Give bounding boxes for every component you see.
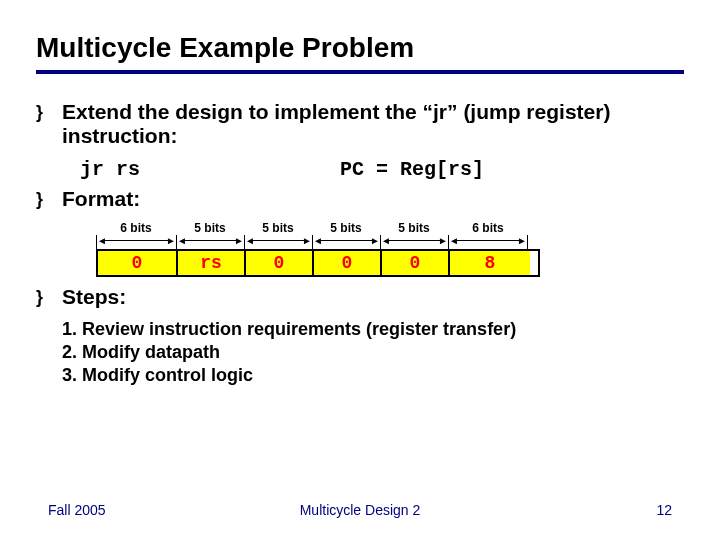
bit-label: 5 bits (380, 221, 448, 235)
slide-footer: Fall 2005 Multicycle Design 2 12 (0, 502, 720, 518)
code-instr: jr rs (80, 158, 340, 181)
instruction-code: jr rs PC = Reg[rs] (80, 158, 684, 181)
step-item: 3. Modify control logic (62, 365, 684, 386)
instruction-format: 6 bits 5 bits 5 bits 5 bits 5 bits 6 bit… (96, 221, 540, 277)
step-item: 2. Modify datapath (62, 342, 684, 363)
field-rt: 0 (246, 251, 314, 275)
step-item: 1. Review instruction requirements (regi… (62, 319, 684, 340)
field-rs: rs (178, 251, 246, 275)
footer-center: Multicycle Design 2 (0, 502, 720, 518)
code-effect: PC = Reg[rs] (340, 158, 484, 181)
field-funct: 8 (450, 251, 530, 275)
field-rd: 0 (314, 251, 382, 275)
bit-label: 5 bits (176, 221, 244, 235)
divider (36, 70, 684, 74)
bullet-extend: Extend the design to implement the “jr” … (36, 100, 684, 148)
field-shamt: 0 (382, 251, 450, 275)
bit-label: 5 bits (312, 221, 380, 235)
bit-label: 6 bits (96, 221, 176, 235)
field-opcode: 0 (98, 251, 178, 275)
slide-title: Multicycle Example Problem (36, 32, 684, 64)
bullet-format: Format: (36, 187, 684, 211)
bit-label: 6 bits (448, 221, 528, 235)
bullet-steps: Steps: (36, 285, 684, 309)
bit-label: 5 bits (244, 221, 312, 235)
